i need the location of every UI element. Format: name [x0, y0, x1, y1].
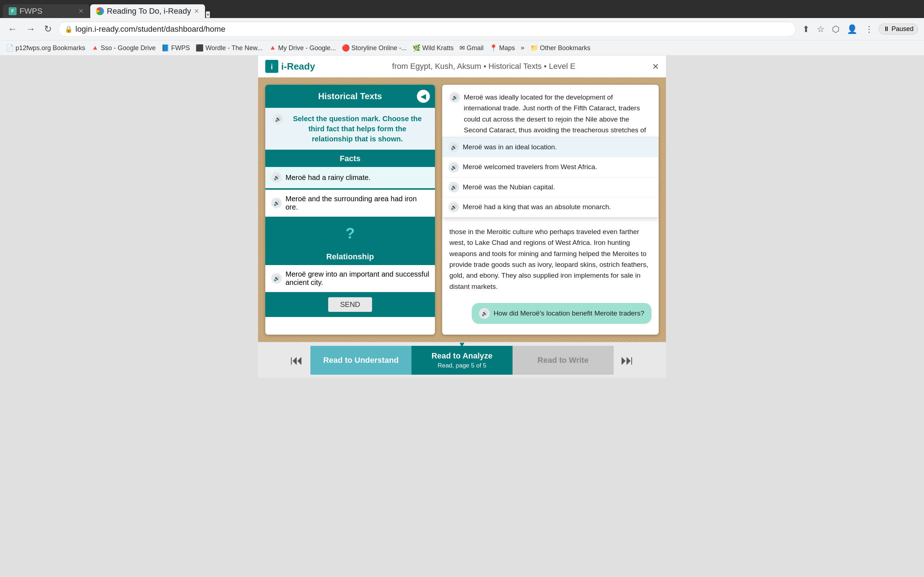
bookmark-wildkratts[interactable]: 🌿 Wild Kratts [412, 44, 454, 52]
reading-content: 🔊 Meroë was ideally located for the deve… [442, 85, 659, 335]
passage1-audio-button[interactable]: 🔊 [449, 92, 460, 103]
iready-close-button[interactable]: × [652, 60, 659, 73]
nav-bar: ← → ↻ 🔒 login.i-ready.com/student/dashbo… [0, 18, 924, 40]
paused-indicator[interactable]: ⏸ Paused [879, 23, 918, 35]
address-bar[interactable]: 🔒 login.i-ready.com/student/dashboard/ho… [58, 22, 796, 37]
facts-label: Facts [265, 150, 435, 167]
relationship-text: Meroë grew into an important and success… [286, 270, 429, 287]
iready-logo: i i-Ready [265, 60, 315, 73]
more-button[interactable]: ⋮ [863, 22, 876, 36]
prev-button[interactable]: ⏮ [283, 353, 310, 368]
fact-row-1[interactable]: 🔊 Meroë had a rainy climate. [265, 167, 435, 188]
bookmark-storyline[interactable]: 🔴 Storyline Online -... [342, 44, 407, 52]
bookmark-sso[interactable]: 🔺 Sso - Google Drive [91, 44, 155, 52]
answer3-audio-button[interactable]: 🔊 [448, 182, 459, 193]
iready-logo-icon: i [265, 60, 278, 73]
share-button[interactable]: ⬆ [800, 22, 812, 36]
answer1-audio-button[interactable]: 🔊 [448, 142, 459, 153]
question-mark-row[interactable]: ? [265, 218, 435, 248]
tab-bar: F FWPS ✕ Reading To Do, i-Ready ✕ + [0, 0, 924, 18]
question-bubble-container: 🔊 How did Meroë's location benefit Meroi… [449, 299, 651, 327]
bookmark-button[interactable]: ☆ [815, 22, 827, 36]
instruction-audio-button[interactable]: 🔊 [273, 114, 283, 124]
hist-instruction: 🔊 Select the question mark. Choose the t… [265, 108, 435, 150]
svg-text:i: i [271, 63, 273, 71]
nav-tab-write[interactable]: Read to Write [512, 346, 614, 375]
bookmark-fwps[interactable]: 📘 FWPS [162, 44, 190, 52]
next-button[interactable]: ⏭ [614, 353, 641, 368]
bookmarks-bar: 📄 p12fwps.org Bookmarks 🔺 Sso - Google D… [0, 40, 924, 56]
question-mark: ? [346, 225, 355, 242]
bookmark-maps[interactable]: 📍 Maps [489, 44, 515, 52]
tab-iready[interactable]: Reading To Do, i-Ready ✕ [90, 4, 205, 18]
back-button[interactable]: ← [6, 21, 19, 37]
answer4-audio-button[interactable]: 🔊 [448, 201, 459, 213]
answers-dropdown: 🔊 Meroë was in an ideal location. 🔊 Mero… [442, 137, 659, 218]
answer-option-3[interactable]: 🔊 Meroë was the Nubian capital. [443, 177, 658, 197]
answer2-text: Meroë welcomed travelers from West Afric… [463, 161, 597, 172]
iready-logo-text: i-Ready [281, 61, 315, 72]
nav-tab-understand[interactable]: Read to Understand [310, 346, 412, 375]
hist-card-header: Historical Texts ◀ [265, 85, 435, 108]
answer-option-1[interactable]: 🔊 Meroë was in an ideal location. [443, 137, 658, 157]
hist-instruction-text: Select the question mark. Choose the thi… [287, 114, 428, 144]
browser-content: i i-Ready from Egypt, Kush, Aksum • Hist… [0, 56, 924, 577]
answer-option-2[interactable]: 🔊 Meroë welcomed travelers from West Afr… [443, 157, 658, 177]
bookmark-gmail[interactable]: ✉ Gmail [459, 44, 484, 52]
passage-text-2: those in the Meroitic culture who perhap… [449, 226, 651, 292]
bottom-nav: ⏮ Read to Understand Read to Analyze Rea… [258, 342, 666, 378]
bookmark-other[interactable]: 📁 Other Bookmarks [530, 44, 591, 52]
tab-fwps[interactable]: F FWPS ✕ [3, 4, 89, 18]
iready-tab-close[interactable]: ✕ [194, 7, 199, 15]
reload-button[interactable]: ↻ [42, 21, 54, 37]
understand-tab-label: Read to Understand [323, 356, 399, 365]
fact2-text: Meroë and the surrounding area had iron … [286, 195, 429, 211]
answer-option-4[interactable]: 🔊 Meroë had a king that was an absolute … [443, 197, 658, 217]
address-text: login.i-ready.com/student/dashboard/home [76, 24, 225, 34]
reading-panel: 🔊 Meroë was ideally located for the deve… [442, 85, 659, 335]
extensions-button[interactable]: ⬡ [830, 22, 842, 36]
question-bubble-text: How did Meroë's location benefit Meroite… [493, 308, 644, 319]
iready-subtitle: from Egypt, Kush, Aksum • Historical Tex… [392, 62, 575, 71]
answer3-text: Meroë was the Nubian capital. [463, 182, 555, 193]
browser-frame: F FWPS ✕ Reading To Do, i-Ready ✕ + ← → … [0, 0, 924, 577]
relationship-label: Relationship [265, 248, 435, 265]
analyze-tab-sub: Read, page 5 of 5 [438, 362, 486, 369]
bookmark-gdrive[interactable]: 🔺 My Drive - Google... [268, 44, 336, 52]
nav-actions: ⬆ ☆ ⬡ 👤 ⋮ ⏸ Paused [800, 22, 918, 36]
hist-card-title: Historical Texts [318, 91, 382, 102]
fact1-text: Meroë had a rainy climate. [286, 174, 371, 182]
write-tab-label: Read to Write [538, 356, 588, 365]
iready-topbar: i i-Ready from Egypt, Kush, Aksum • Hist… [258, 56, 666, 77]
answer4-text: Meroë had a king that was an absolute mo… [463, 201, 611, 213]
answer1-text: Meroë was in an ideal location. [463, 142, 557, 153]
question-bubble-audio-button[interactable]: 🔊 [479, 308, 490, 319]
iready-tab-label: Reading To Do, i-Ready [107, 6, 191, 16]
profile-button[interactable]: 👤 [845, 22, 860, 36]
fact1-audio-button[interactable]: 🔊 [271, 172, 282, 183]
lock-icon: 🔒 [65, 25, 73, 33]
iready-favicon [96, 7, 104, 15]
relationship-audio-button[interactable]: 🔊 [271, 273, 282, 284]
analyze-tab-label: Read to Analyze [431, 351, 492, 361]
bookmark-wordle[interactable]: ⬛ Wordle - The New... [195, 44, 262, 52]
answer2-audio-button[interactable]: 🔊 [448, 162, 459, 173]
question-bubble: 🔊 How did Meroë's location benefit Meroi… [472, 303, 651, 324]
send-row: SEND [265, 292, 435, 317]
fwps-favicon: F [9, 7, 16, 15]
bookmark-more[interactable]: » [521, 44, 525, 52]
relationship-row: 🔊 Meroë grew into an important and succe… [265, 265, 435, 292]
forward-button[interactable]: → [24, 21, 37, 37]
paused-label: ⏸ Paused [883, 25, 914, 33]
fact-row-2[interactable]: 🔊 Meroë and the surrounding area had iro… [265, 190, 435, 217]
fwps-tab-label: FWPS [19, 6, 43, 16]
send-button[interactable]: SEND [328, 297, 372, 312]
fact2-audio-button[interactable]: 🔊 [271, 198, 282, 208]
nav-tab-analyze[interactable]: Read to Analyze Read, page 5 of 5 [412, 346, 512, 375]
bookmark-p12fwps[interactable]: 📄 p12fwps.org Bookmarks [6, 44, 85, 52]
new-tab-button[interactable]: + [206, 11, 210, 18]
fwps-tab-close[interactable]: ✕ [78, 7, 84, 15]
cork-area: Historical Texts ◀ 🔊 Select the question… [258, 77, 666, 342]
hist-card: Historical Texts ◀ 🔊 Select the question… [265, 85, 435, 335]
hist-back-button[interactable]: ◀ [417, 90, 430, 103]
